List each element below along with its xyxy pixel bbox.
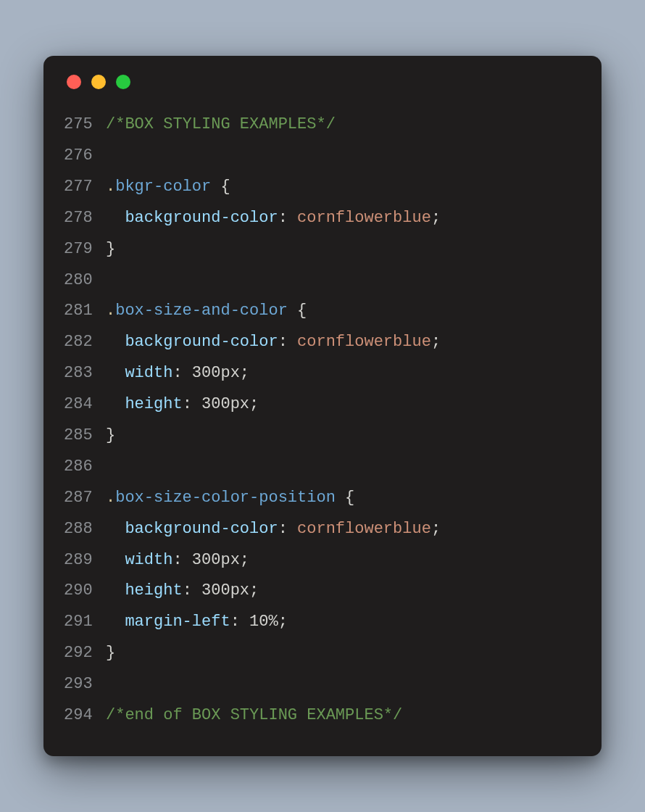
- line-content[interactable]: }: [106, 234, 581, 265]
- line-content[interactable]: .box-size-color-position {: [106, 483, 581, 514]
- token-punct: .: [106, 302, 115, 320]
- line-number: 282: [64, 327, 106, 358]
- token-default: ;: [431, 209, 441, 227]
- line-content[interactable]: height: 300px;: [106, 389, 581, 420]
- token-colon: :: [172, 364, 182, 382]
- code-line[interactable]: 289 width: 300px;: [64, 545, 581, 576]
- token-default: [183, 551, 192, 569]
- token-selector: bkgr-color: [115, 178, 211, 196]
- token-default: ;: [240, 364, 249, 382]
- line-content[interactable]: background-color: cornflowerblue;: [106, 514, 581, 545]
- token-prop: width: [125, 551, 172, 569]
- token-punct: .: [106, 489, 115, 507]
- code-editor[interactable]: 275/*BOX STYLING EXAMPLES*/276277.bkgr-c…: [64, 109, 581, 732]
- line-content[interactable]: height: 300px;: [106, 576, 581, 607]
- line-number: 284: [64, 389, 106, 420]
- token-default: [240, 613, 249, 631]
- line-number: 285: [64, 420, 106, 452]
- code-line[interactable]: 277.bkgr-color {: [64, 172, 581, 203]
- line-content[interactable]: width: 300px;: [106, 545, 581, 576]
- code-line[interactable]: 279}: [64, 234, 581, 265]
- line-number: 283: [64, 358, 106, 389]
- token-colon: :: [278, 520, 288, 538]
- code-line[interactable]: 294/*end of BOX STYLING EXAMPLES*/: [64, 700, 581, 732]
- code-line[interactable]: 288 background-color: cornflowerblue;: [64, 514, 581, 545]
- line-content[interactable]: background-color: cornflowerblue;: [106, 327, 581, 358]
- token-prop: background-color: [125, 520, 278, 538]
- token-prop: background-color: [125, 209, 278, 227]
- token-default: ;: [431, 333, 441, 351]
- line-content[interactable]: /*BOX STYLING EXAMPLES*/: [106, 109, 581, 141]
- line-number: 278: [64, 203, 106, 234]
- line-number: 294: [64, 700, 106, 732]
- line-number: 292: [64, 638, 106, 669]
- line-content[interactable]: [106, 141, 581, 172]
- token-default: [106, 395, 125, 413]
- token-brace: }: [106, 644, 115, 662]
- minimize-icon[interactable]: [91, 75, 106, 89]
- code-line[interactable]: 287.box-size-color-position {: [64, 483, 581, 514]
- token-colon: :: [230, 613, 240, 631]
- token-number: 300px: [192, 364, 240, 382]
- line-content[interactable]: .bkgr-color {: [106, 172, 581, 203]
- token-prop: background-color: [125, 333, 278, 351]
- token-prop: height: [125, 581, 182, 600]
- line-content[interactable]: width: 300px;: [106, 358, 581, 389]
- line-content[interactable]: [106, 265, 581, 297]
- token-punct: .: [106, 178, 115, 196]
- line-content[interactable]: /*end of BOX STYLING EXAMPLES*/: [106, 700, 581, 732]
- token-default: [183, 364, 192, 382]
- line-content[interactable]: }: [106, 638, 581, 669]
- code-line[interactable]: 284 height: 300px;: [64, 389, 581, 420]
- token-brace: }: [106, 240, 115, 258]
- code-line[interactable]: 280: [64, 265, 581, 297]
- token-default: [192, 395, 201, 413]
- line-content[interactable]: }: [106, 420, 581, 452]
- line-number: 293: [64, 669, 106, 700]
- line-content[interactable]: [106, 452, 581, 483]
- token-value: cornflowerblue: [297, 333, 431, 351]
- line-content[interactable]: background-color: cornflowerblue;: [106, 203, 581, 234]
- token-colon: :: [183, 581, 192, 600]
- token-default: [211, 178, 220, 196]
- line-number: 281: [64, 296, 106, 327]
- token-default: [106, 613, 125, 631]
- close-icon[interactable]: [67, 75, 81, 89]
- zoom-icon[interactable]: [116, 75, 130, 89]
- line-content[interactable]: .box-size-and-color {: [106, 296, 581, 327]
- window-controls: [64, 75, 581, 89]
- code-line[interactable]: 292}: [64, 638, 581, 669]
- line-number: 286: [64, 452, 106, 483]
- token-default: [106, 364, 125, 382]
- code-line[interactable]: 290 height: 300px;: [64, 576, 581, 607]
- code-line[interactable]: 283 width: 300px;: [64, 358, 581, 389]
- line-number: 277: [64, 172, 106, 203]
- code-line[interactable]: 275/*BOX STYLING EXAMPLES*/: [64, 109, 581, 141]
- code-line[interactable]: 278 background-color: cornflowerblue;: [64, 203, 581, 234]
- line-content[interactable]: [106, 669, 581, 700]
- token-default: [106, 581, 125, 600]
- code-line[interactable]: 276: [64, 141, 581, 172]
- code-line[interactable]: 293: [64, 669, 581, 700]
- code-line[interactable]: 285}: [64, 420, 581, 452]
- token-colon: :: [278, 333, 288, 351]
- token-default: [106, 209, 125, 227]
- token-selector: box-size-color-position: [115, 489, 336, 507]
- token-brace: }: [106, 426, 115, 444]
- line-number: 280: [64, 265, 106, 297]
- token-comment: /*BOX STYLING EXAMPLES*/: [106, 115, 336, 133]
- code-line[interactable]: 281.box-size-and-color {: [64, 296, 581, 327]
- token-brace: {: [345, 489, 354, 507]
- token-default: [336, 489, 345, 507]
- code-line[interactable]: 291 margin-left: 10%;: [64, 607, 581, 638]
- line-content[interactable]: margin-left: 10%;: [106, 607, 581, 638]
- token-number: 300px: [192, 551, 240, 569]
- token-default: [106, 551, 125, 569]
- line-number: 291: [64, 607, 106, 638]
- token-value: cornflowerblue: [297, 520, 431, 538]
- code-line[interactable]: 286: [64, 452, 581, 483]
- token-brace: {: [297, 302, 307, 320]
- token-comment: /*end of BOX STYLING EXAMPLES*/: [106, 706, 402, 724]
- code-line[interactable]: 282 background-color: cornflowerblue;: [64, 327, 581, 358]
- line-number: 289: [64, 545, 106, 576]
